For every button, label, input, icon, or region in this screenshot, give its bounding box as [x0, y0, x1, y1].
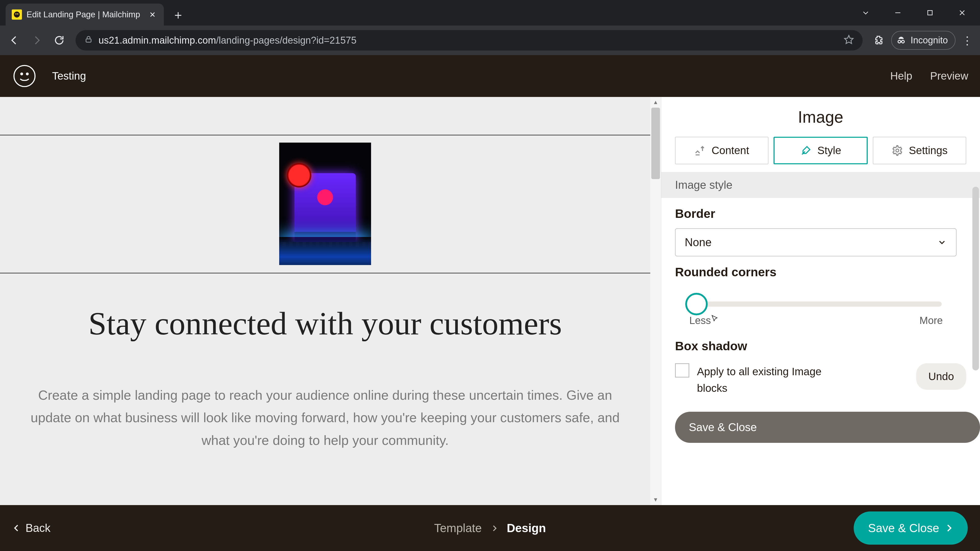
svg-point-9	[898, 40, 901, 43]
svg-marker-8	[845, 35, 853, 44]
save-and-close-button[interactable]: Save & Close	[854, 511, 968, 545]
border-field: Border None	[661, 198, 980, 256]
panel-save-button[interactable]: Save & Close	[675, 412, 980, 443]
box-shadow-label: Box shadow	[661, 326, 980, 353]
reload-button[interactable]	[50, 31, 68, 49]
tab-style-label: Style	[818, 144, 841, 157]
tab-content-label: Content	[711, 144, 749, 157]
tab-settings[interactable]: Settings	[873, 137, 966, 164]
new-tab-button[interactable]: ＋	[170, 7, 186, 22]
close-tab-icon[interactable]: ✕	[149, 10, 156, 19]
footer-bar: Back Template Design Save & Close	[0, 505, 980, 551]
slider-min-label: Less	[689, 315, 711, 326]
section-label: Image style	[661, 172, 980, 198]
image-block[interactable]	[279, 135, 371, 273]
svg-point-15	[896, 149, 899, 152]
svg-point-13	[21, 73, 23, 75]
border-value: None	[685, 236, 711, 249]
apply-all-row: Apply to all existing Image blocks Undo	[661, 353, 980, 396]
breadcrumb-design[interactable]: Design	[507, 521, 546, 535]
chevron-down-icon	[937, 238, 947, 247]
canvas-area: Stay connected with your customers Creat…	[0, 97, 661, 505]
scroll-down-icon[interactable]: ▼	[650, 494, 661, 505]
image-placeholder[interactable]	[279, 143, 371, 265]
undo-button[interactable]: Undo	[916, 363, 966, 390]
chrome-menu-button[interactable]: ⋮	[959, 33, 975, 48]
block-divider	[0, 273, 650, 273]
help-link[interactable]: Help	[890, 70, 912, 82]
slider-track[interactable]	[687, 302, 942, 306]
svg-point-1	[15, 13, 17, 14]
forward-button[interactable]	[27, 31, 46, 49]
hero-subtext[interactable]: Create a simple landing page to reach yo…	[21, 384, 629, 451]
chevron-left-icon	[12, 524, 21, 532]
panel-title: Image	[661, 108, 980, 127]
hero-heading[interactable]: Stay connected with your customers	[88, 302, 562, 346]
tab-content[interactable]: Content	[675, 137, 768, 164]
svg-point-12	[14, 65, 35, 87]
svg-point-2	[17, 13, 18, 14]
mailchimp-logo[interactable]	[12, 63, 37, 89]
extensions-icon[interactable]	[870, 32, 887, 49]
svg-point-14	[26, 73, 29, 75]
maximize-button[interactable]	[915, 3, 945, 23]
panel-body: Image style Border None Rounded corners	[661, 172, 980, 505]
apply-all-checkbox[interactable]	[675, 363, 689, 378]
slider-max-label: More	[920, 315, 943, 326]
panel-scroll-thumb[interactable]	[972, 187, 979, 370]
breadcrumb-template[interactable]: Template	[434, 521, 482, 535]
back-label: Back	[25, 522, 51, 534]
mailchimp-favicon	[12, 10, 22, 20]
close-window-button[interactable]	[947, 3, 977, 23]
browser-tab[interactable]: Edit Landing Page | Mailchimp ✕	[6, 3, 164, 25]
apply-all-label: Apply to all existing Image blocks	[697, 363, 840, 396]
tab-search-button[interactable]	[850, 3, 881, 23]
browser-toolbar: us21.admin.mailchimp.com/landing-pages/d…	[0, 25, 980, 55]
chevron-right-icon	[944, 524, 953, 533]
tab-title: Edit Landing Page | Mailchimp	[27, 10, 140, 19]
border-label: Border	[675, 206, 956, 221]
panel-tabs: Content Style Settings	[661, 137, 980, 164]
canvas-scrollbar[interactable]: ▲ ▼	[650, 97, 661, 505]
properties-panel: Image Content Style Settings Image style…	[661, 97, 980, 505]
back-link[interactable]: Back	[12, 522, 51, 534]
svg-rect-4	[928, 11, 932, 15]
tab-settings-label: Settings	[909, 144, 948, 157]
tab-strip: Edit Landing Page | Mailchimp ✕ ＋	[0, 0, 850, 25]
rounded-corners-slider[interactable]: Less More	[675, 287, 956, 326]
back-button[interactable]	[5, 31, 24, 49]
app-header: Testing Help Preview	[0, 55, 980, 97]
landing-page-canvas[interactable]: Stay connected with your customers Creat…	[0, 97, 650, 505]
workspace: Stay connected with your customers Creat…	[0, 97, 980, 505]
rounded-corners-label: Rounded corners	[675, 265, 956, 279]
url-text: us21.admin.mailchimp.com/landing-pages/d…	[99, 35, 838, 46]
bookmark-star-icon[interactable]	[844, 34, 854, 47]
svg-point-0	[14, 11, 20, 17]
scroll-track[interactable]	[650, 108, 661, 494]
breadcrumb: Template Design	[434, 521, 546, 535]
border-select[interactable]: None	[675, 228, 956, 256]
incognito-label: Incognito	[911, 35, 948, 46]
svg-point-10	[902, 40, 904, 43]
scroll-up-icon[interactable]: ▲	[650, 97, 661, 108]
tab-style[interactable]: Style	[773, 137, 868, 164]
scroll-thumb[interactable]	[651, 108, 660, 179]
preview-link[interactable]: Preview	[930, 70, 968, 82]
chevron-right-icon	[490, 521, 498, 535]
browser-titlebar: Edit Landing Page | Mailchimp ✕ ＋	[0, 0, 980, 25]
minimize-button[interactable]	[883, 3, 913, 23]
panel-scrollbar[interactable]	[972, 187, 979, 505]
incognito-badge[interactable]: Incognito	[891, 31, 956, 50]
save-close-label: Save & Close	[868, 521, 939, 535]
slider-handle[interactable]	[685, 293, 708, 315]
address-bar[interactable]: us21.admin.mailchimp.com/landing-pages/d…	[76, 30, 862, 51]
window-controls	[850, 0, 977, 25]
rounded-corners-field: Rounded corners Less More	[661, 256, 980, 326]
svg-rect-7	[86, 39, 91, 42]
lock-icon	[84, 35, 93, 46]
document-title[interactable]: Testing	[52, 70, 86, 82]
